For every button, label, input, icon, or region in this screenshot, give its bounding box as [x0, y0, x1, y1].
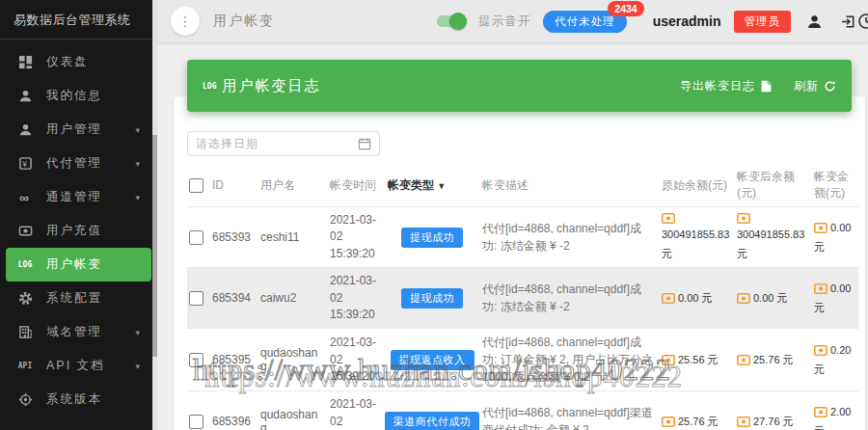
col-type-filter[interactable]: 帐变类型 ▼: [388, 177, 482, 194]
cell-change-description: 代付[id=4868, channel=qddf]成功: 订单金额 ¥ 2, 用…: [482, 334, 662, 386]
chevron-down-icon: ▾: [135, 159, 142, 169]
sidebar-scrollbar[interactable]: [152, 0, 157, 430]
cell-after-balance: 0.00元: [737, 290, 814, 307]
export-log-button[interactable]: 导出帐变日志: [680, 78, 773, 94]
sidebar-item-API文档[interactable]: API API 文档 ▾: [6, 349, 151, 383]
banner-title: 用户帐变日志: [222, 77, 320, 95]
accounts-change-table: ID 用户名 帐变时间 帐变类型 ▼ 帐变描述 原始余额(元) 帐变后余额(元)…: [187, 164, 858, 430]
sound-toggle[interactable]: [437, 15, 466, 27]
cash-icon: [662, 213, 675, 224]
row-checkbox[interactable]: [189, 353, 203, 367]
row-checkbox[interactable]: [189, 291, 203, 306]
table-row: 685394 caiwu2 2021-03-02 15:39:20 提现成功 代…: [187, 268, 858, 329]
cell-original-balance: 25.56元: [662, 352, 737, 368]
chevron-down-icon: ▼: [437, 181, 446, 191]
date-placeholder: 请选择日期: [196, 136, 258, 152]
logout-icon: [840, 13, 856, 30]
change-type-badge: 提现成功: [401, 288, 463, 309]
date-picker-input[interactable]: 请选择日期: [187, 131, 380, 156]
cell-after-balance: 300491855.83元: [737, 213, 814, 261]
col-id: ID: [212, 178, 260, 192]
sidebar-item-系统版本[interactable]: 系统版本 ▾: [6, 383, 151, 417]
log-banner: LOG 用户帐变日志 导出帐变日志 刷新: [187, 60, 852, 112]
log-tag: LOG: [203, 82, 216, 91]
log-icon: LOG: [15, 257, 35, 273]
cell-id: 685393: [212, 230, 260, 244]
svg-text:¥: ¥: [21, 159, 29, 169]
row-checkbox[interactable]: [189, 230, 203, 245]
domain-icon: [15, 325, 35, 340]
sidebar-item-系统配置[interactable]: 系统配置 ▾: [6, 282, 151, 315]
cash-icon: [737, 213, 750, 224]
table-row: 685396 qudaoshang 2021-03-02 15:39:20 渠道…: [187, 391, 858, 430]
cash-icon: [737, 417, 750, 427]
cell-original-balance: 25.76元: [662, 414, 737, 430]
refresh-icon: [824, 80, 836, 93]
cell-change-description: 代付[id=4868, channel=qddf]成功: 冻结金额 ¥ -2: [482, 281, 662, 315]
row-checkbox[interactable]: [189, 415, 203, 429]
sidebar-item-域名管理[interactable]: 域名管理 ▾: [6, 315, 151, 349]
pending-payments-button[interactable]: 代付未处理 2434: [543, 11, 627, 33]
table-row: 685393 ceshi11 2021-03-02 15:39:20 提现成功 …: [187, 207, 858, 268]
table-header-row: ID 用户名 帐变时间 帐变类型 ▼ 帐变描述 原始余额(元) 帐变后余额(元)…: [187, 164, 858, 207]
cash-icon: [737, 355, 750, 365]
col-description: 帐变描述: [482, 177, 662, 194]
select-all-checkbox[interactable]: [189, 178, 203, 193]
cell-change-time: 2021-03-02 15:39:20: [330, 396, 386, 430]
sound-toggle-label: 提示音开: [478, 13, 530, 30]
topbar: ⋮ 用户帐变 提示音开 代付未处理 2434 useradmin 管理员: [157, 0, 868, 42]
change-type-badge: 提现成功: [401, 228, 463, 248]
cash-icon: [814, 223, 827, 233]
sidebar: 易数据后台管理系统 仪表盘 ▾ 我的信息 ▾ 用户管理 ▾ ¥ 代付管理 ▾ ∞…: [0, 0, 157, 430]
sidebar-item-通道管理[interactable]: ∞ 通道管理 ▾: [6, 180, 151, 214]
col-after-balance: 帐变后余额(元): [737, 169, 814, 202]
sidebar-item-用户管理[interactable]: 用户管理 ▾: [6, 113, 151, 147]
col-original-balance: 原始余额(元): [662, 177, 737, 194]
cell-change-amount: 2.00元: [814, 404, 858, 430]
menu-dots-button[interactable]: ⋮: [171, 7, 200, 36]
sidebar-item-代付管理[interactable]: ¥ 代付管理 ▾: [6, 147, 151, 180]
sidebar-item-仪表盘[interactable]: 仪表盘 ▾: [6, 45, 151, 79]
cell-change-time: 2021-03-02 15:39:20: [330, 212, 386, 262]
cell-id: 685396: [212, 415, 260, 428]
cell-id: 685395: [212, 353, 260, 366]
api-icon: API: [15, 359, 35, 374]
role-badge: 管理员: [734, 11, 792, 33]
col-change-amount: 帐变金额(元): [814, 169, 858, 202]
cash-icon: [662, 417, 675, 427]
cell-id: 685394: [212, 291, 260, 305]
sidebar-divider: [0, 39, 157, 40]
person-icon: [806, 13, 823, 30]
clock-icon[interactable]: [857, 13, 868, 32]
account-button[interactable]: [803, 11, 825, 32]
cell-username: qudaoshang: [260, 408, 330, 430]
table-row: 685395 qudaoshang 2021-03-02 15:39:20 提现…: [187, 329, 858, 391]
cell-username: ceshi11: [260, 230, 330, 244]
cash-icon: [814, 283, 827, 294]
cell-original-balance: 0.00元: [662, 290, 737, 307]
main-content: LOG 用户帐变日志 导出帐变日志 刷新 请选择日期 ID 用户名 帐变时间 帐: [157, 42, 868, 430]
cell-username: qudaoshang: [260, 346, 330, 373]
logout-button[interactable]: [837, 11, 858, 32]
change-type-badge: 渠道商代付成功: [385, 412, 480, 430]
cell-after-balance: 27.76元: [737, 414, 814, 430]
cash-icon: [662, 293, 675, 304]
refresh-button[interactable]: 刷新: [794, 78, 836, 94]
chevron-down-icon: ▾: [135, 193, 142, 202]
cell-username: caiwu2: [260, 291, 330, 305]
recharge-icon: [15, 224, 35, 239]
sidebar-item-我的信息[interactable]: 我的信息 ▾: [6, 79, 151, 113]
pending-count-badge: 2434: [608, 1, 643, 16]
sidebar-item-用户充值[interactable]: 用户充值 ▾: [6, 214, 151, 248]
app-title: 易数据后台管理系统: [0, 0, 157, 39]
sidebar-item-用户帐变[interactable]: LOG 用户帐变 ▾: [6, 248, 151, 282]
username: useradmin: [653, 13, 721, 29]
cash-icon: [662, 355, 675, 365]
change-type-badge: 提现返点收入: [391, 350, 475, 370]
file-export-icon: [760, 80, 773, 93]
cell-change-description: 代付[id=4868, channel=qddf]成功: 冻结金额 ¥ -2: [482, 220, 662, 255]
cash-icon: [737, 293, 750, 304]
cell-original-balance: 300491855.83元: [662, 213, 737, 261]
calendar-icon: [358, 137, 371, 150]
gear-icon: [15, 291, 35, 307]
